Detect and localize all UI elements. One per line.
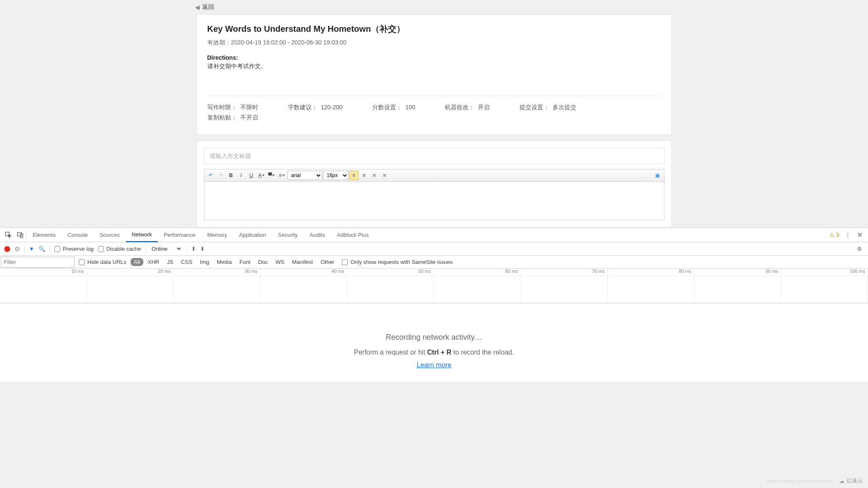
meta-word-count: 字数建议：120-200 [288, 104, 343, 111]
timeline-tick: 40 ms [260, 269, 347, 276]
timeline-tick: 20 ms [87, 269, 174, 276]
bold-button[interactable]: B [226, 171, 236, 180]
timeline-tick: 80 ms [608, 269, 695, 276]
type-filter-all[interactable]: All [131, 258, 143, 266]
fullscreen-button[interactable]: ▣ [653, 171, 662, 180]
clear-button[interactable]: ⊘ [14, 245, 20, 253]
essay-title-input[interactable] [204, 148, 664, 164]
assignment-title: Key Words to Understand My Hometown（补交） [207, 23, 661, 35]
samesite-checkbox[interactable]: Only show requests with SameSite issues [342, 259, 452, 265]
type-filter-css[interactable]: CSS [178, 258, 196, 266]
back-arrow-icon: ◀ [195, 4, 200, 11]
warning-icon: ⚠ [829, 232, 835, 238]
device-toolbar-icon[interactable] [14, 229, 26, 241]
type-filter-media[interactable]: Media [213, 258, 235, 266]
timeline-tick: 30 ms [173, 269, 260, 276]
timeline-tick: 10 ms [0, 269, 87, 276]
devtools-tab-security[interactable]: Security [272, 228, 304, 242]
devtools-tab-performance[interactable]: Performance [158, 228, 201, 242]
record-button[interactable] [4, 246, 10, 252]
network-filter-bar: Hide data URLs AllXHRJSCSSImgMediaFontDo… [0, 256, 868, 269]
editor-card: ↶ ↷ B I U A ▀ ≡ arial 16px ≡ ≡ ≡ ≡ ▣ [197, 141, 672, 227]
rich-text-editor: ↶ ↷ B I U A ▀ ≡ arial 16px ≡ ≡ ≡ ≡ ▣ [204, 169, 664, 220]
type-filter-other[interactable]: Other [317, 258, 338, 266]
directions-label: Directions: [207, 54, 661, 61]
meta-auto-grade: 机器批改：开启 [445, 104, 490, 111]
align-left-button[interactable]: ≡ [349, 171, 359, 180]
align-center-button[interactable]: ≡ [360, 171, 369, 180]
network-settings-icon[interactable]: ⚙ [857, 246, 864, 252]
warnings-badge[interactable]: ⚠3 [827, 232, 842, 238]
undo-button[interactable]: ↶ [206, 171, 215, 180]
network-timeline[interactable]: 10 ms20 ms30 ms40 ms50 ms60 ms70 ms80 ms… [0, 269, 868, 303]
font-size-select[interactable]: 16px [323, 171, 349, 180]
disable-cache-checkbox[interactable]: Disable cache [98, 246, 141, 252]
filter-toggle-icon[interactable]: ▼ [29, 246, 34, 252]
inspect-element-icon[interactable] [3, 229, 14, 241]
rte-content-area[interactable] [204, 182, 664, 220]
directions-text: 请补交期中考试作文。 [207, 63, 661, 70]
list-button[interactable]: ≡ [277, 171, 287, 180]
hide-data-urls-checkbox[interactable]: Hide data URLs [79, 259, 126, 265]
font-color-button[interactable]: A [257, 171, 266, 180]
search-icon[interactable]: 🔍 [39, 246, 45, 252]
back-label: 返回 [202, 3, 214, 11]
devtools-tabs: ElementsConsoleSourcesNetworkPerformance… [0, 228, 868, 242]
timeline-tick: 50 ms [347, 269, 434, 276]
font-family-select[interactable]: arial [287, 171, 322, 180]
bg-color-button[interactable]: ▀ [267, 171, 276, 180]
validity-row: 有效期：2020-04-19 19:02:00 - 2020-06-30 19:… [207, 39, 661, 47]
timeline-tick: 60 ms [434, 269, 521, 276]
timeline-tick: 90 ms [695, 269, 781, 276]
empty-title: Recording network activity… [0, 333, 868, 342]
back-link[interactable]: ◀ 返回 [0, 0, 868, 14]
learn-more-link[interactable]: Learn more [417, 361, 452, 369]
close-devtools-icon[interactable]: ✕ [854, 229, 865, 241]
timeline-tick: 100 ms [781, 269, 868, 276]
meta-row: 写作时限：不限时 字数建议：120-200 分数设置：100 机器批改：开启 提… [207, 96, 661, 126]
network-empty-state: Recording network activity… Perform a re… [0, 303, 868, 382]
underline-button[interactable]: U [247, 171, 256, 180]
meta-copy: 复制粘贴：不开启 [207, 114, 631, 122]
devtools-tab-application[interactable]: Application [233, 228, 272, 242]
italic-button[interactable]: I [237, 171, 246, 180]
type-filter-font[interactable]: Font [236, 258, 254, 266]
type-filter-js[interactable]: JS [164, 258, 177, 266]
devtools-tab-memory[interactable]: Memory [201, 228, 233, 242]
type-filter-manifest[interactable]: Manifest [289, 258, 316, 266]
redo-button[interactable]: ↷ [216, 171, 226, 180]
network-toolbar: ⊘ ▼ 🔍 Preserve log Disable cache Online▼… [0, 242, 868, 256]
download-har-icon[interactable]: ⬇ [200, 246, 205, 252]
devtools-panel: ElementsConsoleSourcesNetworkPerformance… [0, 227, 868, 382]
preserve-log-checkbox[interactable]: Preserve log [54, 246, 94, 252]
align-justify-button[interactable]: ≡ [380, 171, 389, 180]
type-filter-xhr[interactable]: XHR [144, 258, 162, 266]
more-menu-icon[interactable]: ⋮ [842, 229, 854, 241]
assignment-card: Key Words to Understand My Hometown（补交） … [197, 14, 672, 135]
upload-har-icon[interactable]: ⬆ [191, 246, 196, 252]
timeline-tick: 70 ms [521, 269, 608, 276]
svg-rect-1 [17, 233, 22, 236]
devtools-tab-console[interactable]: Console [61, 228, 94, 242]
meta-time-limit: 写作时限：不限时 [207, 104, 258, 111]
empty-subtitle: Perform a request or hit Ctrl + R to rec… [0, 349, 868, 356]
rte-toolbar: ↶ ↷ B I U A ▀ ≡ arial 16px ≡ ≡ ≡ ≡ ▣ [204, 169, 664, 182]
devtools-tab-network[interactable]: Network [126, 228, 158, 242]
meta-submit: 提交设置：多次提交 [519, 104, 576, 111]
type-filter-img[interactable]: Img [197, 258, 213, 266]
type-filter-doc[interactable]: Doc [255, 258, 271, 266]
devtools-tab-sources[interactable]: Sources [94, 228, 126, 242]
throttling-select[interactable]: Online▼ [150, 245, 182, 252]
network-filter-input[interactable] [1, 257, 75, 268]
type-filter-ws[interactable]: WS [272, 258, 288, 266]
meta-score: 分数设置：100 [372, 104, 415, 111]
devtools-tab-adblock-plus[interactable]: Adblock Plus [331, 228, 374, 242]
align-right-button[interactable]: ≡ [370, 171, 379, 180]
devtools-tab-audits[interactable]: Audits [304, 228, 331, 242]
devtools-tab-elements[interactable]: Elements [27, 228, 61, 242]
